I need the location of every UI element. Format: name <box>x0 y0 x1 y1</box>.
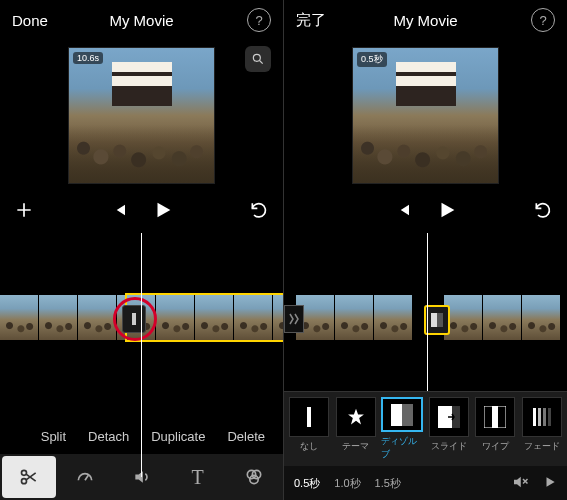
mute-button[interactable] <box>511 473 529 493</box>
transport-controls <box>0 190 283 230</box>
split-button[interactable]: Split <box>41 429 66 444</box>
dissolve-icon <box>391 404 413 426</box>
magnifier-icon <box>251 52 265 66</box>
duplicate-button[interactable]: Duplicate <box>151 429 205 444</box>
chevron-pair-icon <box>289 313 299 325</box>
detach-button[interactable]: Detach <box>88 429 129 444</box>
zoom-button[interactable] <box>245 46 271 72</box>
play-icon <box>436 199 458 221</box>
svg-point-0 <box>253 54 260 61</box>
cut-tool[interactable] <box>2 456 56 498</box>
text-tool[interactable]: T <box>171 456 225 498</box>
help-button[interactable]: ? <box>531 8 555 32</box>
skip-previous-button[interactable] <box>110 201 128 219</box>
transition-dissolve-icon <box>431 313 443 327</box>
filters-tool[interactable] <box>227 456 281 498</box>
transition-duration-bar: 0.5秒 1.0秒 1.5秒 <box>284 466 567 500</box>
clip-group-2[interactable] <box>444 295 561 340</box>
svg-rect-21 <box>548 408 551 426</box>
clip-thumb[interactable] <box>522 295 561 340</box>
svg-rect-20 <box>543 408 546 426</box>
undo-button[interactable] <box>533 200 553 220</box>
delete-button[interactable]: Delete <box>227 429 265 444</box>
play-button[interactable] <box>152 199 174 221</box>
transition-option-fade[interactable]: フェード <box>521 397 564 461</box>
transition-label: なし <box>300 440 318 453</box>
transition-option-dissolve[interactable]: ディゾルブ <box>381 397 424 461</box>
fade-icon <box>531 406 553 428</box>
undo-button[interactable] <box>249 200 269 220</box>
speed-tool[interactable] <box>58 456 112 498</box>
transition-panel: なし テーマ ディゾルブ スライド ワイプ フェード <box>284 391 567 466</box>
transition-option-wipe[interactable]: ワイプ <box>474 397 517 461</box>
clip-thumb[interactable] <box>335 295 374 340</box>
speaker-mute-icon <box>511 473 529 491</box>
undo-icon <box>249 200 269 220</box>
skip-previous-icon <box>110 201 128 219</box>
undo-icon <box>533 200 553 220</box>
timeline[interactable] <box>0 285 283 355</box>
clip-thumb[interactable] <box>0 295 39 340</box>
transition-label: スライド <box>431 440 467 453</box>
timeline[interactable] <box>284 285 567 355</box>
wipe-icon <box>484 406 506 428</box>
transport-controls <box>284 190 567 230</box>
transition-option-theme[interactable]: テーマ <box>335 397 378 461</box>
plus-icon <box>14 200 34 220</box>
clip-duration-badge: 10.6s <box>73 52 103 64</box>
svg-rect-18 <box>533 408 536 426</box>
duration-option-selected[interactable]: 0.5秒 <box>294 476 320 491</box>
header: Done My Movie ? <box>0 0 283 40</box>
svg-rect-13 <box>402 404 413 426</box>
done-button[interactable]: 完了 <box>296 11 326 30</box>
preview-area: 0.5秒 <box>284 40 567 190</box>
bar-icon <box>305 405 313 429</box>
clip-thumb[interactable] <box>39 295 78 340</box>
editor-screen-en: Done My Movie ? 10.6s <box>0 0 283 500</box>
transition-none-icon <box>129 312 139 326</box>
transition-marker[interactable] <box>122 305 146 333</box>
duration-option[interactable]: 1.5秒 <box>375 476 401 491</box>
clip-duration-badge: 0.5秒 <box>357 52 387 67</box>
editor-screen-jp: 完了 My Movie ? 0.5秒 <box>283 0 567 500</box>
play-icon <box>152 199 174 221</box>
svg-rect-9 <box>431 313 437 327</box>
preview-area: 10.6s <box>0 40 283 190</box>
add-media-button[interactable] <box>14 200 34 220</box>
transition-option-none[interactable]: なし <box>288 397 331 461</box>
playhead[interactable] <box>427 233 428 410</box>
done-button[interactable]: Done <box>12 12 48 29</box>
play-button[interactable] <box>436 199 458 221</box>
play-small-button[interactable] <box>543 475 557 491</box>
svg-rect-2 <box>132 313 136 325</box>
svg-rect-12 <box>391 404 402 426</box>
svg-rect-17 <box>492 406 498 428</box>
transition-label: ディゾルブ <box>381 435 424 461</box>
speedometer-icon <box>75 467 95 487</box>
play-fill-icon <box>543 475 557 489</box>
preview-video[interactable]: 0.5秒 <box>352 47 499 184</box>
svg-line-1 <box>260 61 263 64</box>
help-button[interactable]: ? <box>247 8 271 32</box>
header: 完了 My Movie ? <box>284 0 567 40</box>
clip-selection[interactable] <box>125 293 283 342</box>
transition-label: テーマ <box>342 440 369 453</box>
filters-icon <box>244 467 264 487</box>
preview-video[interactable]: 10.6s <box>68 47 215 184</box>
transition-label: ワイプ <box>482 440 509 453</box>
svg-line-5 <box>85 475 88 480</box>
clip-thumb[interactable] <box>483 295 522 340</box>
duration-option[interactable]: 1.0秒 <box>334 476 360 491</box>
skip-previous-icon <box>394 201 412 219</box>
clip-start-handle[interactable] <box>284 305 304 333</box>
transition-option-slide[interactable]: スライド <box>428 397 471 461</box>
clip-group-1[interactable] <box>296 295 413 340</box>
clip-thumb[interactable] <box>374 295 413 340</box>
project-title: My Movie <box>284 12 567 29</box>
svg-rect-19 <box>538 408 541 426</box>
star-icon <box>346 407 366 427</box>
slide-icon <box>438 406 460 428</box>
playhead[interactable] <box>141 233 142 477</box>
clip-thumb[interactable] <box>78 295 117 340</box>
skip-previous-button[interactable] <box>394 201 412 219</box>
